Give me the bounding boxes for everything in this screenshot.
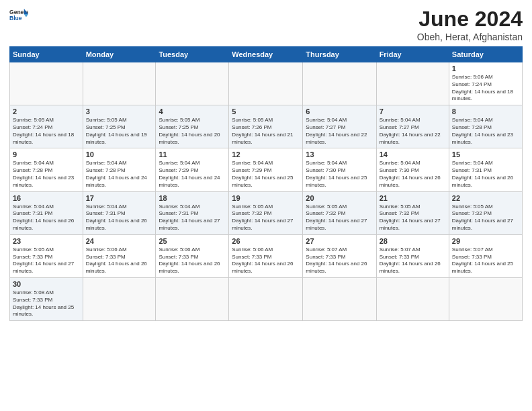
day-number: 14 xyxy=(380,150,446,158)
day-info: Sunrise: 5:05 AM Sunset: 7:33 PM Dayligh… xyxy=(13,246,80,275)
calendar-cell: 15Sunrise: 5:04 AM Sunset: 7:31 PM Dayli… xyxy=(449,148,522,191)
calendar-cell: 27Sunrise: 5:07 AM Sunset: 7:33 PM Dayli… xyxy=(303,234,376,277)
calendar-cell: 26Sunrise: 5:06 AM Sunset: 7:33 PM Dayli… xyxy=(229,234,303,277)
day-info: Sunrise: 5:05 AM Sunset: 7:24 PM Dayligh… xyxy=(13,117,80,146)
day-number: 19 xyxy=(232,194,300,202)
calendar-cell: 30Sunrise: 5:08 AM Sunset: 7:33 PM Dayli… xyxy=(10,277,83,320)
day-number: 3 xyxy=(86,107,153,116)
day-number: 13 xyxy=(306,150,373,158)
day-number: 8 xyxy=(452,107,519,116)
weekday-header-friday: Friday xyxy=(376,47,449,62)
calendar-cell: 6Sunrise: 5:04 AM Sunset: 7:27 PM Daylig… xyxy=(303,105,376,148)
svg-marker-3 xyxy=(24,14,28,17)
calendar-week-row: 2Sunrise: 5:05 AM Sunset: 7:24 PM Daylig… xyxy=(10,105,523,148)
day-number: 12 xyxy=(232,150,300,158)
day-info: Sunrise: 5:07 AM Sunset: 7:33 PM Dayligh… xyxy=(452,246,519,275)
svg-text:Blue: Blue xyxy=(9,15,22,21)
calendar-cell: 3Sunrise: 5:05 AM Sunset: 7:25 PM Daylig… xyxy=(83,105,156,148)
day-number: 16 xyxy=(13,194,80,202)
day-info: Sunrise: 5:05 AM Sunset: 7:32 PM Dayligh… xyxy=(232,203,300,232)
day-info: Sunrise: 5:07 AM Sunset: 7:33 PM Dayligh… xyxy=(380,246,446,275)
calendar-cell: 29Sunrise: 5:07 AM Sunset: 7:33 PM Dayli… xyxy=(449,234,522,277)
day-info: Sunrise: 5:05 AM Sunset: 7:32 PM Dayligh… xyxy=(306,203,373,232)
day-info: Sunrise: 5:08 AM Sunset: 7:33 PM Dayligh… xyxy=(13,289,80,318)
calendar-cell: 21Sunrise: 5:05 AM Sunset: 7:32 PM Dayli… xyxy=(376,191,449,234)
month-title: June 2024 xyxy=(417,7,523,32)
calendar-cell xyxy=(83,277,156,320)
day-info: Sunrise: 5:04 AM Sunset: 7:29 PM Dayligh… xyxy=(232,160,300,189)
day-number: 5 xyxy=(232,107,300,116)
logo: General Blue xyxy=(9,7,28,26)
calendar-cell xyxy=(449,277,522,320)
calendar-cell xyxy=(376,62,449,105)
weekday-header-wednesday: Wednesday xyxy=(229,47,303,62)
calendar-cell xyxy=(10,62,83,105)
weekday-header-thursday: Thursday xyxy=(303,47,376,62)
calendar-cell: 10Sunrise: 5:04 AM Sunset: 7:28 PM Dayli… xyxy=(83,148,156,191)
day-info: Sunrise: 5:04 AM Sunset: 7:29 PM Dayligh… xyxy=(159,160,226,189)
day-info: Sunrise: 5:06 AM Sunset: 7:33 PM Dayligh… xyxy=(86,246,153,275)
day-number: 2 xyxy=(13,107,80,116)
header: General Blue June 2024 Obeh, Herat, Afgh… xyxy=(9,7,523,42)
day-info: Sunrise: 5:06 AM Sunset: 7:33 PM Dayligh… xyxy=(159,246,226,275)
day-info: Sunrise: 5:04 AM Sunset: 7:31 PM Dayligh… xyxy=(13,203,80,232)
calendar-cell: 11Sunrise: 5:04 AM Sunset: 7:29 PM Dayli… xyxy=(156,148,229,191)
day-info: Sunrise: 5:04 AM Sunset: 7:28 PM Dayligh… xyxy=(86,160,153,189)
weekday-header-monday: Monday xyxy=(83,47,156,62)
calendar-week-row: 1Sunrise: 5:06 AM Sunset: 7:24 PM Daylig… xyxy=(10,62,523,105)
day-number: 22 xyxy=(452,194,519,202)
day-info: Sunrise: 5:05 AM Sunset: 7:32 PM Dayligh… xyxy=(380,203,446,232)
day-number: 11 xyxy=(159,150,226,158)
title-block: June 2024 Obeh, Herat, Afghanistan xyxy=(417,7,523,42)
day-info: Sunrise: 5:05 AM Sunset: 7:32 PM Dayligh… xyxy=(452,203,519,232)
day-info: Sunrise: 5:07 AM Sunset: 7:33 PM Dayligh… xyxy=(306,246,373,275)
weekday-header-sunday: Sunday xyxy=(10,47,83,62)
calendar-cell: 14Sunrise: 5:04 AM Sunset: 7:30 PM Dayli… xyxy=(376,148,449,191)
calendar-cell xyxy=(83,62,156,105)
day-number: 26 xyxy=(232,237,300,245)
day-number: 10 xyxy=(86,150,153,158)
calendar-cell: 25Sunrise: 5:06 AM Sunset: 7:33 PM Dayli… xyxy=(156,234,229,277)
day-info: Sunrise: 5:06 AM Sunset: 7:33 PM Dayligh… xyxy=(232,246,300,275)
calendar-cell: 22Sunrise: 5:05 AM Sunset: 7:32 PM Dayli… xyxy=(449,191,522,234)
day-number: 30 xyxy=(13,280,80,288)
calendar-cell: 18Sunrise: 5:04 AM Sunset: 7:31 PM Dayli… xyxy=(156,191,229,234)
day-number: 28 xyxy=(380,237,446,245)
day-info: Sunrise: 5:04 AM Sunset: 7:31 PM Dayligh… xyxy=(452,160,519,189)
day-number: 17 xyxy=(86,194,153,202)
day-number: 24 xyxy=(86,237,153,245)
day-info: Sunrise: 5:04 AM Sunset: 7:30 PM Dayligh… xyxy=(380,160,446,189)
day-info: Sunrise: 5:06 AM Sunset: 7:24 PM Dayligh… xyxy=(452,74,519,103)
day-info: Sunrise: 5:05 AM Sunset: 7:25 PM Dayligh… xyxy=(159,117,226,146)
calendar-cell: 7Sunrise: 5:04 AM Sunset: 7:27 PM Daylig… xyxy=(376,105,449,148)
day-number: 27 xyxy=(306,237,373,245)
calendar-cell: 8Sunrise: 5:04 AM Sunset: 7:28 PM Daylig… xyxy=(449,105,522,148)
calendar-cell: 17Sunrise: 5:04 AM Sunset: 7:31 PM Dayli… xyxy=(83,191,156,234)
calendar-week-row: 23Sunrise: 5:05 AM Sunset: 7:33 PM Dayli… xyxy=(10,234,523,277)
calendar-cell: 2Sunrise: 5:05 AM Sunset: 7:24 PM Daylig… xyxy=(10,105,83,148)
day-info: Sunrise: 5:04 AM Sunset: 7:30 PM Dayligh… xyxy=(306,160,373,189)
day-info: Sunrise: 5:05 AM Sunset: 7:25 PM Dayligh… xyxy=(86,117,153,146)
calendar-cell xyxy=(303,62,376,105)
calendar-cell: 4Sunrise: 5:05 AM Sunset: 7:25 PM Daylig… xyxy=(156,105,229,148)
day-info: Sunrise: 5:04 AM Sunset: 7:27 PM Dayligh… xyxy=(380,117,446,146)
day-number: 7 xyxy=(380,107,446,116)
calendar-cell xyxy=(229,62,303,105)
day-number: 4 xyxy=(159,107,226,116)
day-number: 29 xyxy=(452,237,519,245)
calendar-cell xyxy=(303,277,376,320)
calendar-cell: 28Sunrise: 5:07 AM Sunset: 7:33 PM Dayli… xyxy=(376,234,449,277)
day-info: Sunrise: 5:04 AM Sunset: 7:31 PM Dayligh… xyxy=(86,203,153,232)
calendar-cell xyxy=(229,277,303,320)
day-number: 6 xyxy=(306,107,373,116)
day-number: 1 xyxy=(452,64,519,73)
weekday-header-tuesday: Tuesday xyxy=(156,47,229,62)
day-info: Sunrise: 5:04 AM Sunset: 7:27 PM Dayligh… xyxy=(306,117,373,146)
page: General Blue June 2024 Obeh, Herat, Afgh… xyxy=(0,0,532,328)
weekday-header-saturday: Saturday xyxy=(449,47,522,62)
day-number: 23 xyxy=(13,237,80,245)
calendar-cell xyxy=(376,277,449,320)
day-number: 18 xyxy=(159,194,226,202)
calendar-header-row: SundayMondayTuesdayWednesdayThursdayFrid… xyxy=(10,47,523,62)
calendar-cell: 24Sunrise: 5:06 AM Sunset: 7:33 PM Dayli… xyxy=(83,234,156,277)
